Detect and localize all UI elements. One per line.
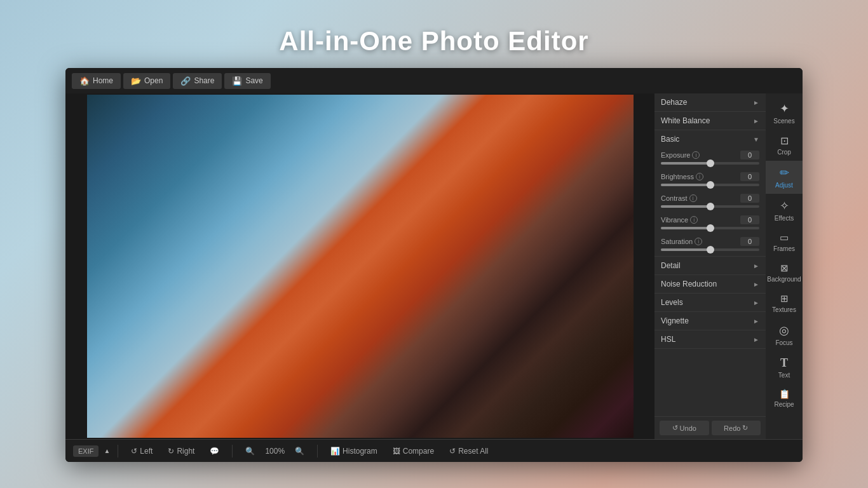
- sidebar-item-frames[interactable]: ▭ Frames: [766, 227, 803, 257]
- toolbar: 🏠 Home 📂 Open 🔗 Share 💾 Save: [65, 68, 803, 93]
- rotate-left-icon: ↺: [131, 447, 137, 456]
- undo-redo-bar: ↺ Undo Redo ↻: [654, 416, 766, 439]
- vibrance-slider[interactable]: [661, 227, 759, 229]
- comment-button[interactable]: 💬: [205, 444, 224, 458]
- basic-label: Basic: [661, 135, 679, 144]
- crop-label: Crop: [777, 149, 791, 156]
- adjustments-panel: Dehaze ► White Balance ► Basic ▼ Expo: [654, 93, 766, 439]
- zoom-in-button[interactable]: 🔍: [290, 444, 309, 458]
- histogram-button[interactable]: 📊 Histogram: [325, 444, 383, 458]
- crop-icon: ⊡: [780, 135, 789, 147]
- saturation-info-icon: i: [695, 238, 702, 245]
- recipe-icon: 📋: [779, 389, 790, 399]
- exif-arrow: ▲: [104, 447, 110, 454]
- save-button[interactable]: 💾 Save: [224, 73, 270, 89]
- sidebar-item-background[interactable]: ⊠ Background: [766, 257, 803, 288]
- sidebar-item-effects[interactable]: ✧ Effects: [766, 194, 803, 227]
- share-icon: 🔗: [180, 76, 191, 86]
- zoom-in-icon: 🔍: [295, 447, 304, 456]
- basic-arrow: ▼: [753, 136, 759, 143]
- background-icon: ⊠: [780, 262, 789, 274]
- recipe-label: Recipe: [774, 401, 794, 408]
- exif-badge[interactable]: EXIF: [73, 445, 98, 457]
- histogram-icon: 📊: [330, 447, 340, 456]
- main-area: Dehaze ► White Balance ► Basic ▼ Expo: [65, 93, 803, 439]
- undo-button[interactable]: ↺ Undo: [660, 421, 709, 435]
- app-window: 🏠 Home 📂 Open 🔗 Share 💾 Save: [65, 68, 803, 462]
- white-balance-row[interactable]: White Balance ►: [654, 112, 766, 130]
- scenes-label: Scenes: [773, 118, 794, 125]
- contrast-label: Contrast: [661, 194, 688, 202]
- exposure-row: Exposure i 0: [654, 148, 766, 170]
- share-button[interactable]: 🔗 Share: [173, 73, 222, 89]
- brightness-info-icon: i: [696, 173, 703, 180]
- zoom-level: 100%: [265, 447, 285, 456]
- focus-label: Focus: [775, 339, 792, 346]
- redo-button[interactable]: Redo ↻: [712, 421, 761, 435]
- brightness-row: Brightness i 0: [654, 170, 766, 191]
- share-label: Share: [194, 76, 214, 85]
- sidebar-item-crop[interactable]: ⊡ Crop: [766, 130, 803, 161]
- saturation-label: Saturation: [661, 238, 693, 245]
- levels-arrow: ►: [753, 299, 759, 306]
- separator-3: [317, 445, 318, 458]
- rotate-left-button[interactable]: ↺ Left: [126, 444, 158, 458]
- reset-label: Reset All: [458, 447, 488, 456]
- dehaze-label: Dehaze: [661, 98, 687, 107]
- sidebar-item-adjust[interactable]: ✏ Adjust: [766, 161, 803, 194]
- sidebar-item-recipe[interactable]: 📋 Recipe: [766, 384, 803, 413]
- frames-label: Frames: [773, 245, 795, 252]
- sidebar-item-scenes[interactable]: ✦ Scenes: [766, 97, 803, 130]
- dehaze-arrow: ►: [753, 99, 759, 106]
- compare-label: Compare: [403, 447, 434, 456]
- levels-label: Levels: [661, 298, 683, 307]
- save-icon: 💾: [232, 76, 242, 86]
- background-label: Background: [767, 276, 801, 283]
- contrast-row: Contrast i 0: [654, 191, 766, 213]
- home-button[interactable]: 🏠 Home: [72, 73, 121, 89]
- effects-icon: ✧: [780, 199, 789, 213]
- zoom-out-button[interactable]: 🔍: [240, 444, 260, 458]
- compare-button[interactable]: 🖼 Compare: [388, 444, 439, 458]
- exposure-slider[interactable]: [661, 162, 759, 165]
- white-balance-arrow: ►: [753, 118, 759, 125]
- exposure-info-icon: i: [692, 151, 700, 159]
- detail-label: Detail: [661, 261, 681, 270]
- levels-row[interactable]: Levels ►: [654, 294, 766, 312]
- canvas-area: [65, 93, 654, 439]
- separator-1: [118, 445, 118, 458]
- detail-row[interactable]: Detail ►: [654, 257, 766, 275]
- sidebar-item-textures[interactable]: ⊞ Textures: [766, 288, 803, 318]
- redo-icon: ↻: [742, 424, 748, 432]
- open-label: Open: [144, 76, 163, 85]
- noise-reduction-row[interactable]: Noise Reduction ►: [654, 275, 766, 294]
- brightness-label: Brightness: [661, 173, 694, 180]
- page-title: All-in-One Photo Editor: [279, 26, 588, 57]
- text-label: Text: [778, 372, 790, 379]
- saturation-slider[interactable]: [661, 248, 759, 251]
- open-button[interactable]: 📂 Open: [123, 73, 170, 89]
- rotate-right-label: Right: [177, 447, 194, 456]
- contrast-slider[interactable]: [661, 205, 759, 208]
- vibrance-info-icon: i: [690, 216, 698, 224]
- compare-icon: 🖼: [393, 447, 400, 456]
- contrast-value: 0: [740, 194, 759, 203]
- vibrance-label: Vibrance: [661, 216, 688, 224]
- rotate-left-label: Left: [140, 447, 153, 456]
- bottom-bar: EXIF ▲ ↺ Left ↻ Right 💬 🔍 100% 🔍 📊 Histo…: [65, 439, 803, 462]
- frames-icon: ▭: [780, 232, 789, 243]
- exposure-label: Exposure: [661, 151, 690, 159]
- scenes-icon: ✦: [780, 102, 789, 116]
- dehaze-row[interactable]: Dehaze ►: [654, 93, 766, 112]
- brightness-slider[interactable]: [661, 184, 759, 186]
- reset-button[interactable]: ↺ Reset All: [444, 444, 493, 458]
- vignette-row[interactable]: Vignette ►: [654, 312, 766, 330]
- sidebar-item-text[interactable]: T Text: [766, 351, 803, 384]
- basic-section: Basic ▼ Exposure i 0: [654, 130, 766, 257]
- rotate-right-button[interactable]: ↻ Right: [163, 444, 200, 458]
- vibrance-value: 0: [740, 215, 759, 224]
- sidebar-item-focus[interactable]: ◎ Focus: [766, 318, 803, 351]
- reset-icon: ↺: [449, 447, 456, 456]
- basic-header[interactable]: Basic ▼: [654, 130, 766, 148]
- hsl-row[interactable]: HSL ►: [654, 330, 766, 349]
